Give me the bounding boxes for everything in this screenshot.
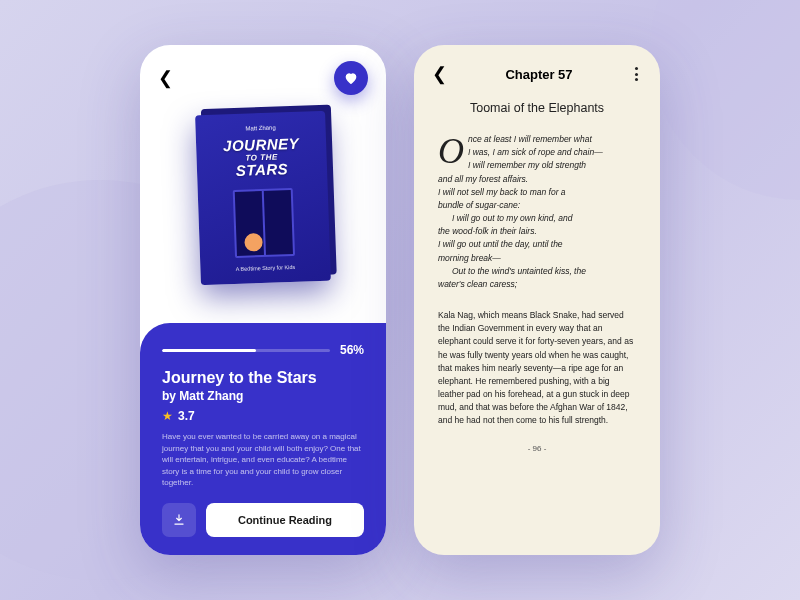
- poem-line: Out to the wind's untainted kiss, the: [438, 265, 636, 278]
- prose-block: Kala Nag, which means Black Snake, had s…: [438, 309, 636, 428]
- continue-reading-button[interactable]: Continue Reading: [206, 503, 364, 537]
- download-icon: [172, 513, 186, 527]
- book-detail-screen: ❮ Matt Zhang JOURNEY TO THE STARS A Bedt…: [140, 45, 386, 555]
- drop-cap: O: [438, 137, 464, 166]
- progress-bar[interactable]: [162, 349, 330, 352]
- poem-line: I will remember my old strength: [438, 159, 636, 172]
- poem-line: bundle of sugar-cane:: [438, 199, 636, 212]
- download-button[interactable]: [162, 503, 196, 537]
- reader-content[interactable]: Toomai of the Elephants Once at least I …: [414, 95, 660, 467]
- heart-icon: [343, 70, 359, 86]
- poem-line: water's clean caress;: [438, 278, 636, 291]
- book-description: Have you ever wanted to be carried away …: [162, 431, 364, 489]
- poem-line: I was, I am sick of rope and chain—: [438, 146, 636, 159]
- chapter-title: Chapter 57: [505, 67, 572, 82]
- poem-line: I will not sell my back to man for a: [438, 186, 636, 199]
- poem-line: morning break—: [438, 252, 636, 265]
- back-button[interactable]: ❮: [158, 67, 173, 89]
- cover-subtitle: A Bedtime Story for Kids: [210, 263, 320, 273]
- page-number: - 96 -: [438, 444, 636, 453]
- more-menu-button[interactable]: [631, 63, 642, 85]
- poem-line: the wood-folk in their lairs.: [438, 225, 636, 238]
- rating-value: 3.7: [178, 409, 195, 423]
- poem-line: I will go out until the day, until the: [438, 238, 636, 251]
- poem-line: Once at least I will remember what: [438, 133, 636, 146]
- progress-percent: 56%: [340, 343, 364, 357]
- reader-screen: ❮ Chapter 57 Toomai of the Elephants Onc…: [414, 45, 660, 555]
- reader-top-bar: ❮ Chapter 57: [414, 45, 660, 95]
- cover-author: Matt Zhang: [205, 123, 315, 133]
- cover-title: JOURNEY TO THE STARS: [206, 135, 317, 181]
- book-cover[interactable]: Matt Zhang JOURNEY TO THE STARS A Bedtim…: [195, 111, 331, 285]
- poem-block: Once at least I will remember whatI was,…: [438, 133, 636, 291]
- poem-line: I will go out to my own kind, and: [438, 212, 636, 225]
- reader-back-button[interactable]: ❮: [432, 63, 447, 85]
- detail-top-bar: ❮: [140, 45, 386, 103]
- detail-panel: 56% Journey to the Stars by Matt Zhang ★…: [140, 323, 386, 555]
- cover-illustration: [233, 188, 295, 258]
- star-icon: ★: [162, 409, 173, 423]
- book-author: by Matt Zhang: [162, 389, 364, 403]
- action-row: Continue Reading: [162, 503, 364, 537]
- book-title: Journey to the Stars: [162, 369, 364, 387]
- rating-row: ★ 3.7: [162, 409, 364, 423]
- progress-row: 56%: [162, 343, 364, 357]
- story-title: Toomai of the Elephants: [438, 101, 636, 115]
- favorite-button[interactable]: [334, 61, 368, 95]
- poem-line: and all my forest affairs.: [438, 173, 636, 186]
- book-cover-area: Matt Zhang JOURNEY TO THE STARS A Bedtim…: [140, 103, 386, 303]
